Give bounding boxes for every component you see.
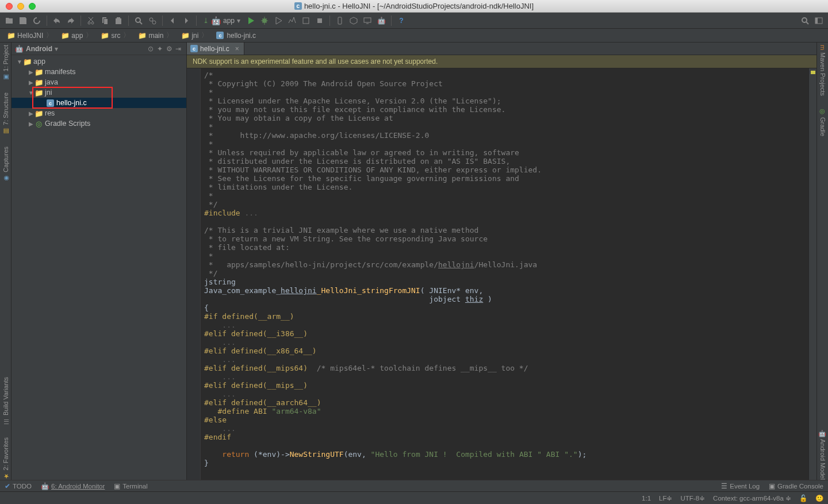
android-monitor-tool-button[interactable]: 🤖6: Android Monitor bbox=[41, 482, 105, 490]
project-tree: ▼📁app ▶📁manifests ▶📁java ▼📁jni chello-jn… bbox=[12, 55, 186, 480]
save-icon[interactable] bbox=[17, 15, 29, 26]
tree-file-hello-jni[interactable]: chello-jni.c bbox=[12, 98, 186, 108]
event-log-tool-button[interactable]: ☰Event Log bbox=[721, 482, 760, 490]
svg-point-1 bbox=[150, 18, 153, 21]
open-icon[interactable] bbox=[3, 15, 15, 26]
debug-icon[interactable] bbox=[259, 15, 270, 26]
c-file-icon: c bbox=[190, 45, 198, 52]
sync-icon[interactable] bbox=[31, 15, 43, 26]
collapse-icon[interactable]: ⊙ bbox=[146, 45, 155, 53]
bottom-tool-bar: ✔TODO 🤖6: Android Monitor ▣Terminal ☰Eve… bbox=[0, 480, 828, 491]
attach-icon[interactable] bbox=[300, 15, 312, 26]
svg-rect-5 bbox=[317, 18, 322, 23]
project-panel: 🤖 Android ▾ ⊙ ✦ ⚙ ⇥ ▼📁app ▶📁manifests ▶📁… bbox=[12, 43, 187, 480]
run-config-selector[interactable]: ⤓ 🤖 app ▾ bbox=[201, 16, 243, 25]
replace-icon[interactable] bbox=[147, 15, 158, 26]
tree-jni[interactable]: ▼📁jni bbox=[12, 87, 186, 98]
encoding[interactable]: UTF-8≑ bbox=[680, 494, 705, 502]
crumb-app[interactable]: 📁app〉 bbox=[57, 29, 96, 41]
search-everywhere-icon[interactable] bbox=[799, 15, 811, 26]
build-variants-tool-button[interactable]: ☰Build Variants bbox=[2, 377, 9, 425]
svg-rect-4 bbox=[303, 18, 309, 24]
panel-title[interactable]: Android bbox=[26, 45, 52, 53]
code-editor[interactable]: /* * Copyright (C) 2009 The Android Open… bbox=[201, 68, 808, 480]
run-icon[interactable] bbox=[245, 15, 256, 26]
stop-icon[interactable] bbox=[314, 15, 325, 26]
cut-icon[interactable] bbox=[85, 15, 97, 26]
favorites-tool-button[interactable]: ★2: Favorites bbox=[2, 437, 9, 480]
tree-app[interactable]: ▼📁app bbox=[12, 56, 186, 67]
captures-tool-button[interactable]: ◉Captures bbox=[2, 147, 9, 182]
forward-icon[interactable] bbox=[181, 15, 192, 26]
paste-icon[interactable] bbox=[113, 15, 124, 26]
structure-tool-button[interactable]: ▤7: Structure bbox=[2, 93, 9, 135]
back-icon[interactable] bbox=[167, 15, 178, 26]
profiler-icon[interactable] bbox=[286, 15, 298, 26]
crumb-jni[interactable]: 📁jni〉 bbox=[178, 29, 212, 41]
sidebar-toggle-icon[interactable] bbox=[813, 15, 825, 26]
android-icon: 🤖 bbox=[15, 45, 24, 53]
c-file-icon: c bbox=[294, 2, 302, 10]
android-icon: 🤖 bbox=[211, 16, 221, 25]
tree-manifests[interactable]: ▶📁manifests bbox=[12, 67, 186, 77]
right-tool-strip: mMaven Projects ◎Gradle 🤖Android Model bbox=[816, 43, 828, 480]
left-tool-strip: ▣1: Project ▤7: Structure ◉Captures ☰Bui… bbox=[0, 43, 12, 480]
tree-gradle-scripts[interactable]: ▶◎Gradle Scripts bbox=[12, 118, 186, 129]
lock-icon[interactable]: 🔓 bbox=[799, 494, 807, 502]
context-selector[interactable]: Context: gcc-arm64-v8a ≑ bbox=[713, 494, 791, 502]
project-tool-button[interactable]: ▣1: Project bbox=[2, 45, 9, 81]
avd-icon[interactable] bbox=[334, 15, 346, 26]
tab-hello-jni[interactable]: c hello-jni.c × bbox=[187, 43, 244, 55]
crumb-file[interactable]: hello-jni.c bbox=[213, 30, 259, 41]
hide-icon[interactable]: ⇥ bbox=[174, 45, 183, 53]
crumb-main[interactable]: 📁main〉 bbox=[135, 29, 177, 41]
editor-tabs: c hello-jni.c × bbox=[187, 43, 816, 55]
svg-point-0 bbox=[136, 18, 140, 22]
undo-icon[interactable] bbox=[51, 15, 63, 26]
gradle-console-tool-button[interactable]: ▣Gradle Console bbox=[769, 482, 823, 490]
monitor-icon[interactable] bbox=[362, 15, 373, 26]
editor-error-stripe[interactable] bbox=[808, 68, 816, 480]
editor-gutter bbox=[187, 68, 201, 480]
svg-rect-10 bbox=[815, 18, 818, 24]
cursor-position: 1:1 bbox=[642, 495, 651, 502]
svg-point-2 bbox=[152, 21, 156, 24]
copy-icon[interactable] bbox=[99, 15, 110, 26]
panel-dropdown-icon[interactable]: ▾ bbox=[55, 45, 58, 53]
make-icon: ⤓ bbox=[203, 17, 209, 25]
crumb-project[interactable]: 📁HelloJNI〉 bbox=[3, 29, 56, 41]
breadcrumb: 📁HelloJNI〉 📁app〉 📁src〉 📁main〉 📁jni〉 hell… bbox=[0, 29, 828, 43]
coverage-icon[interactable] bbox=[273, 15, 284, 26]
target-icon[interactable]: ✦ bbox=[155, 45, 164, 53]
close-tab-icon[interactable]: × bbox=[235, 45, 239, 53]
android-model-tool-button[interactable]: 🤖Android Model bbox=[819, 429, 826, 480]
svg-rect-6 bbox=[338, 17, 342, 24]
svg-rect-7 bbox=[364, 18, 371, 22]
tree-java[interactable]: ▶📁java bbox=[12, 77, 186, 87]
maven-tool-button[interactable]: mMaven Projects bbox=[819, 45, 826, 96]
main-toolbar: ⤓ 🤖 app ▾ 🤖 ? bbox=[0, 13, 828, 29]
crumb-src[interactable]: 📁src〉 bbox=[97, 29, 133, 41]
inspector-icon[interactable]: 🙂 bbox=[815, 494, 823, 502]
help-icon[interactable]: ? bbox=[396, 15, 407, 26]
android-tool-icon[interactable]: 🤖 bbox=[375, 15, 387, 26]
line-separator[interactable]: LF≑ bbox=[659, 494, 672, 502]
status-bar: 1:1 LF≑ UTF-8≑ Context: gcc-arm64-v8a ≑ … bbox=[0, 491, 828, 504]
gradle-tool-button[interactable]: ◎Gradle bbox=[819, 107, 826, 136]
tree-res[interactable]: ▶📁res bbox=[12, 108, 186, 118]
redo-icon[interactable] bbox=[65, 15, 76, 26]
ndk-notice: NDK support is an experimental feature a… bbox=[187, 55, 816, 68]
find-icon[interactable] bbox=[133, 15, 144, 26]
settings-icon[interactable]: ⚙ bbox=[164, 45, 174, 53]
svg-point-8 bbox=[802, 18, 807, 22]
todo-tool-button[interactable]: ✔TODO bbox=[5, 482, 32, 490]
terminal-tool-button[interactable]: ▣Terminal bbox=[114, 482, 147, 490]
window-title: c hello-jni.c - HelloJNI - [~/AndroidStu… bbox=[0, 2, 828, 10]
sdk-icon[interactable] bbox=[348, 15, 359, 26]
